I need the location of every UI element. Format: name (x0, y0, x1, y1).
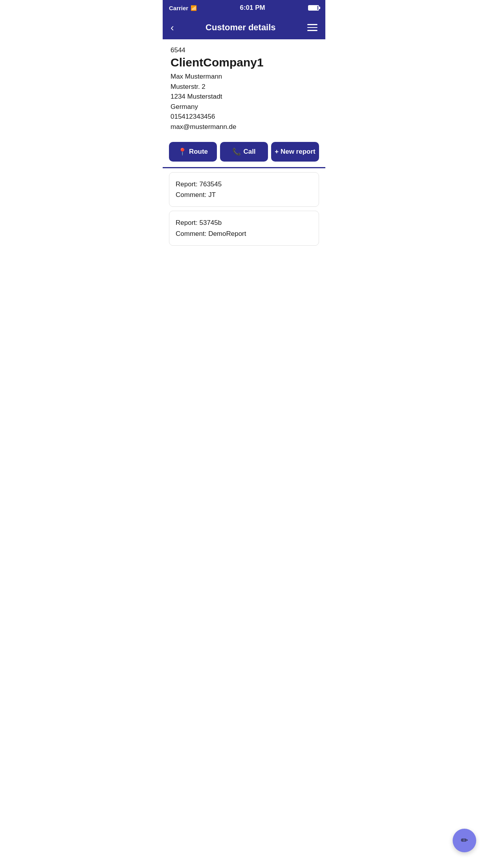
carrier-label: Carrier (169, 5, 188, 11)
customer-id: 6544 (171, 46, 317, 54)
call-label: Call (243, 148, 255, 156)
action-buttons: 📍 Route 📞 Call + New report (163, 136, 325, 162)
route-icon: 📍 (178, 147, 187, 156)
page-title: Customer details (205, 22, 276, 33)
new-report-button[interactable]: + New report (271, 142, 319, 162)
customer-email: max@mustermann.de (171, 122, 317, 132)
back-button[interactable]: ‹ (171, 22, 174, 34)
status-bar-right (308, 5, 319, 11)
new-report-label: + New report (275, 148, 315, 156)
customer-city: 1234 Musterstadt (171, 92, 317, 102)
wifi-icon: 📶 (191, 5, 197, 11)
customer-phone: 015412343456 (171, 112, 317, 122)
report-card-2[interactable]: Report: 53745b Comment: DemoReport (169, 211, 319, 245)
customer-name: ClientCompany1 (171, 56, 317, 69)
route-button[interactable]: 📍 Route (169, 142, 217, 162)
status-bar-time: 6:01 PM (240, 4, 265, 12)
battery-fill (309, 6, 317, 10)
menu-line-3 (307, 30, 317, 31)
header: ‹ Customer details (163, 16, 325, 39)
route-label: Route (189, 148, 208, 156)
customer-contact: Max Mustermann (171, 72, 317, 82)
menu-line-2 (307, 27, 317, 28)
menu-button[interactable] (307, 24, 317, 31)
status-bar: Carrier 📶 6:01 PM (163, 0, 325, 16)
reports-section: Report: 763545 Comment: JT Report: 53745… (163, 168, 325, 254)
report-2-comment: Comment: DemoReport (176, 228, 312, 239)
report-card-1[interactable]: Report: 763545 Comment: JT (169, 172, 319, 207)
customer-street: Musterstr. 2 (171, 82, 317, 92)
call-button[interactable]: 📞 Call (220, 142, 268, 162)
report-1-id: Report: 763545 (176, 179, 312, 189)
customer-info: 6544 ClientCompany1 Max Mustermann Muste… (163, 39, 325, 136)
status-bar-left: Carrier 📶 (169, 5, 197, 11)
battery-icon (308, 5, 319, 11)
customer-country: Germany (171, 102, 317, 112)
report-2-id: Report: 53745b (176, 217, 312, 228)
menu-line-1 (307, 24, 317, 25)
call-icon: 📞 (232, 147, 241, 156)
report-1-comment: Comment: JT (176, 189, 312, 200)
